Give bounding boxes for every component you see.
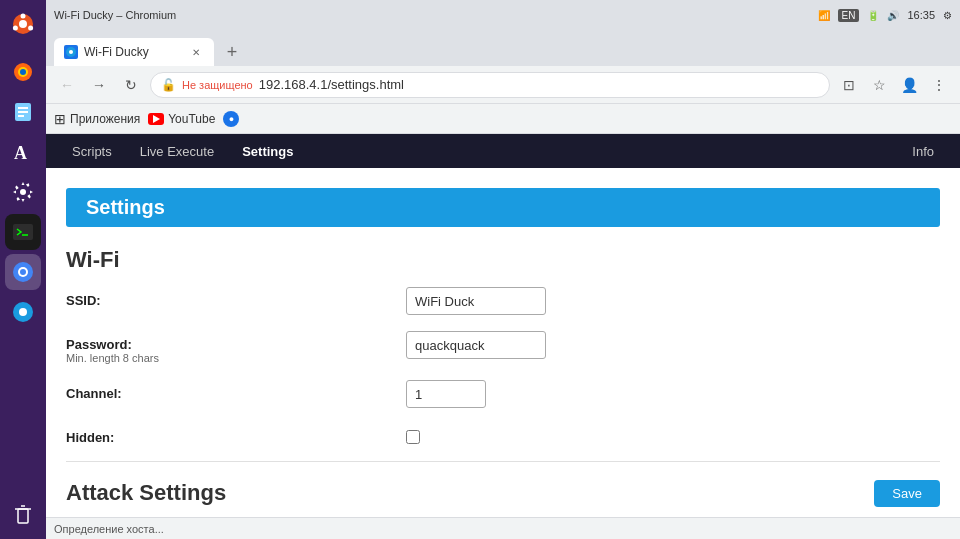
bookmark-youtube[interactable]: YouTube xyxy=(148,112,215,126)
files-icon[interactable] xyxy=(5,94,41,130)
channel-label: Channel: xyxy=(66,380,406,401)
save-button[interactable]: Save xyxy=(874,480,940,507)
chrome-addressbar: ← → ↻ 🔓 Не защищено 192.168.4.1/settings… xyxy=(46,66,960,104)
nav-info[interactable]: Info xyxy=(898,144,948,159)
nav-scripts[interactable]: Scripts xyxy=(58,134,126,168)
hidden-label: Hidden: xyxy=(66,424,406,445)
svg-point-7 xyxy=(20,69,26,75)
svg-point-18 xyxy=(20,269,26,275)
svg-point-13 xyxy=(20,189,26,195)
settings-header: Settings xyxy=(66,188,940,227)
bookmark-apps[interactable]: ⊞ Приложения xyxy=(54,111,140,127)
attack-section-title: Attack Settings xyxy=(46,470,960,512)
tab-favicon xyxy=(64,45,78,59)
account-button[interactable]: 👤 xyxy=(896,72,922,98)
svg-rect-9 xyxy=(18,107,28,109)
reload-button[interactable]: ↻ xyxy=(118,72,144,98)
nav-settings[interactable]: Settings xyxy=(228,134,307,168)
section-divider xyxy=(66,461,940,462)
address-bar[interactable]: 🔓 Не защищено 192.168.4.1/settings.html xyxy=(150,72,830,98)
ssid-row: SSID: xyxy=(66,279,940,323)
battery-icon: 🔋 xyxy=(867,10,879,21)
system-icons: 📶 EN 🔋 🔊 16:35 ⚙ xyxy=(818,9,952,22)
chrome-titlebar: Wi-Fi Ducky – Chromium 📶 EN 🔋 🔊 16:35 ⚙ xyxy=(46,0,960,30)
bookmark-youtube-label: YouTube xyxy=(168,112,215,126)
bookmark-circle[interactable]: ● xyxy=(223,111,239,127)
settings-icon[interactable]: ⚙ xyxy=(943,10,952,21)
new-tab-button[interactable]: + xyxy=(218,38,246,66)
bookmark-button[interactable]: ☆ xyxy=(866,72,892,98)
svg-point-2 xyxy=(21,14,26,19)
svg-rect-21 xyxy=(18,509,28,523)
tab-title: Wi-Fi Ducky xyxy=(84,45,182,59)
nav-live-execute[interactable]: Live Execute xyxy=(126,134,228,168)
password-input[interactable] xyxy=(406,331,546,359)
page-content: Settings Wi-Fi SSID: Password: Min. leng… xyxy=(46,168,960,517)
address-url[interactable]: 192.168.4.1/settings.html xyxy=(259,77,819,92)
app-navbar: Scripts Live Execute Settings Info xyxy=(46,134,960,168)
svg-point-20 xyxy=(19,308,27,316)
menu-button[interactable]: ⋮ xyxy=(926,72,952,98)
clock: 16:35 xyxy=(907,9,935,21)
enable-script-row: Enable Script Execution on Startup: xyxy=(66,512,940,517)
chromium-icon[interactable] xyxy=(5,254,41,290)
bookmark-apps-label: Приложения xyxy=(70,112,140,126)
password-row: Password: Min. length 8 chars xyxy=(66,323,940,372)
tab-close-button[interactable]: ✕ xyxy=(188,44,204,60)
password-hint: Min. length 8 chars xyxy=(66,352,406,364)
bookmarks-bar: ⊞ Приложения YouTube ● xyxy=(46,104,960,134)
status-text: Определение хоста... xyxy=(54,523,164,535)
svg-rect-11 xyxy=(18,115,24,117)
password-label: Password: Min. length 8 chars xyxy=(66,331,406,364)
screenshot-button[interactable]: ⊡ xyxy=(836,72,862,98)
hidden-checkbox[interactable] xyxy=(406,430,420,444)
active-tab[interactable]: Wi-Fi Ducky ✕ xyxy=(54,38,214,66)
forward-button[interactable]: → xyxy=(86,72,112,98)
window-title: Wi-Fi Ducky – Chromium xyxy=(54,9,812,21)
channel-row: Channel: xyxy=(66,372,940,416)
channel-input[interactable] xyxy=(406,380,486,408)
svg-rect-14 xyxy=(13,224,33,240)
ssid-input[interactable] xyxy=(406,287,546,315)
attack-form: Enable Script Execution on Startup: Auto… xyxy=(46,512,960,517)
back-button[interactable]: ← xyxy=(54,72,80,98)
settings-icon[interactable] xyxy=(5,174,41,210)
volume-icon: 🔊 xyxy=(887,10,899,21)
keyboard-icon: EN xyxy=(838,9,860,22)
ubuntu-icon[interactable] xyxy=(5,6,41,42)
hidden-row: Hidden: xyxy=(66,416,940,453)
svg-point-25 xyxy=(69,50,73,54)
firefox-icon[interactable] xyxy=(5,54,41,90)
status-bar: Определение хоста... xyxy=(46,517,960,539)
address-actions: ⊡ ☆ 👤 ⋮ xyxy=(836,72,952,98)
font-icon[interactable]: A xyxy=(5,134,41,170)
svg-text:A: A xyxy=(14,143,27,163)
youtube-icon xyxy=(148,113,164,125)
wifi-section-title: Wi-Fi xyxy=(46,237,960,279)
svg-point-3 xyxy=(28,26,33,31)
blue-app-icon[interactable] xyxy=(5,294,41,330)
svg-rect-10 xyxy=(18,111,28,113)
wifi-form: SSID: Password: Min. length 8 chars Chan… xyxy=(46,279,960,453)
terminal-icon[interactable] xyxy=(5,214,41,250)
chrome-tabbar: Wi-Fi Ducky ✕ + xyxy=(46,30,960,66)
wifi-icon: 📶 xyxy=(818,10,830,21)
security-label: Не защищено xyxy=(182,79,253,91)
trash-icon[interactable] xyxy=(5,497,41,533)
svg-point-4 xyxy=(13,26,18,31)
ssid-label: SSID: xyxy=(66,287,406,308)
browser-window: Wi-Fi Ducky – Chromium 📶 EN 🔋 🔊 16:35 ⚙ … xyxy=(46,0,960,539)
lock-icon: 🔓 xyxy=(161,78,176,92)
svg-point-1 xyxy=(19,20,27,28)
taskbar: A xyxy=(0,0,46,539)
